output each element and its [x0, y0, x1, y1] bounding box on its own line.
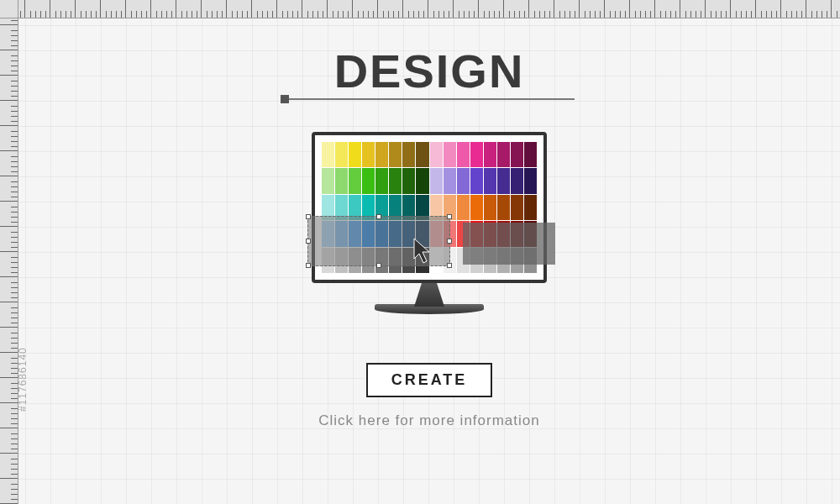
- color-swatch: [511, 195, 523, 220]
- color-swatch: [457, 168, 470, 193]
- color-swatch: [511, 142, 523, 167]
- color-swatch: [444, 142, 456, 167]
- monitor-stand: [404, 283, 454, 307]
- color-swatch: [484, 195, 496, 220]
- color-swatch: [470, 195, 483, 220]
- color-swatch: [470, 142, 483, 167]
- title-block: DESIGN: [334, 44, 525, 98]
- title-underline: [284, 98, 575, 100]
- color-swatch: [524, 195, 537, 220]
- color-swatch: [511, 168, 523, 193]
- color-swatch: [430, 168, 443, 193]
- color-swatch: [497, 168, 510, 193]
- color-swatch: [524, 168, 537, 193]
- color-swatch: [375, 142, 388, 167]
- ruler-vertical: [0, 0, 18, 504]
- color-swatch: [389, 142, 402, 167]
- ruler-horizontal: [0, 0, 840, 18]
- ruler-corner: [0, 0, 18, 18]
- color-swatch: [349, 142, 361, 167]
- color-swatch: [335, 168, 348, 193]
- color-swatch: [457, 142, 470, 167]
- selection-box-b: [463, 223, 555, 265]
- color-swatch: [457, 195, 470, 220]
- color-swatch: [322, 168, 334, 193]
- color-swatch: [484, 168, 496, 193]
- color-swatch: [335, 142, 348, 167]
- page-title: DESIGN: [334, 44, 525, 98]
- color-swatch: [362, 168, 375, 193]
- title-anchor-dot: [281, 95, 289, 103]
- color-swatch: [484, 142, 496, 167]
- info-link[interactable]: Click here for more information: [318, 412, 539, 429]
- watermark-text: #117686140: [17, 347, 29, 412]
- create-button[interactable]: CREATE: [366, 363, 493, 397]
- color-swatch: [444, 168, 456, 193]
- color-swatch: [362, 142, 375, 167]
- color-swatch: [416, 168, 428, 193]
- cursor-icon: [412, 237, 436, 265]
- color-swatch: [402, 168, 415, 193]
- color-swatch: [389, 168, 402, 193]
- color-swatch: [416, 142, 428, 167]
- color-swatch: [322, 142, 334, 167]
- monitor-illustration: [295, 132, 564, 333]
- color-swatch: [497, 142, 510, 167]
- color-swatch: [375, 168, 388, 193]
- color-swatch: [470, 168, 483, 193]
- color-swatch: [524, 142, 537, 167]
- color-swatch: [349, 168, 361, 193]
- color-swatch: [430, 142, 443, 167]
- color-swatch: [402, 142, 415, 167]
- color-swatch: [497, 195, 510, 220]
